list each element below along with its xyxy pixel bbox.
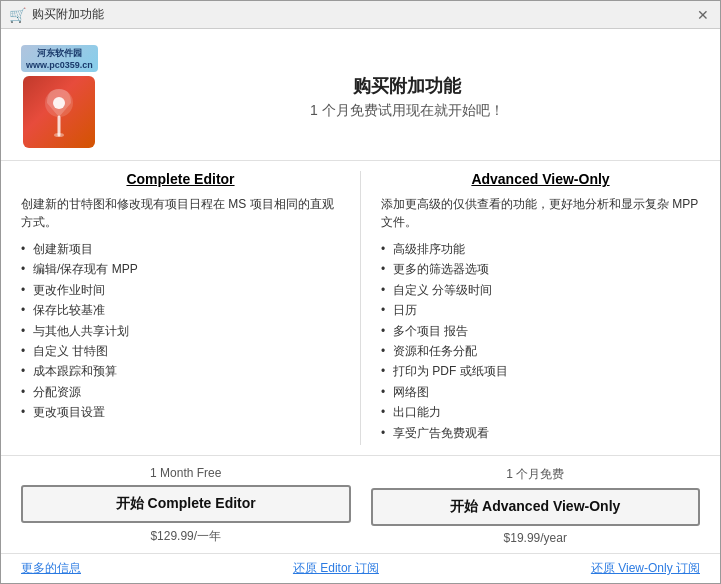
list-item: 自定义 甘特图 [21, 341, 340, 361]
right-col-features: 高级排序功能 更多的筛选器选项 自定义 分等级时间 日历 多个项目 报告 资源和… [381, 239, 700, 443]
main-content: Complete Editor 创建新的甘特图和修改现有项目日程在 MS 项目相… [1, 161, 720, 455]
app-logo [23, 76, 95, 148]
list-item: 高级排序功能 [381, 239, 700, 259]
list-item: 更多的筛选器选项 [381, 259, 700, 279]
list-item: 更改项目设置 [21, 402, 340, 422]
right-free-label: 1 个月免费 [506, 466, 564, 483]
title-bar-left: 🛒 购买附加功能 [9, 6, 104, 23]
list-item: 更改作业时间 [21, 280, 340, 300]
watermark-line2: www.pc0359.cn [26, 60, 93, 70]
logo-area: 河东软件园 www.pc0359.cn [21, 45, 98, 148]
header-sub-title: 1 个月免费试用现在就开始吧！ [114, 102, 700, 120]
left-price-label: $129.99/一年 [150, 528, 221, 545]
list-item: 资源和任务分配 [381, 341, 700, 361]
list-item: 出口能力 [381, 402, 700, 422]
right-col-title: Advanced View-Only [381, 171, 700, 187]
list-item: 创建新项目 [21, 239, 340, 259]
watermark-line1: 河东软件园 [37, 47, 82, 60]
title-bar: 🛒 购买附加功能 ✕ [1, 1, 720, 29]
column-divider [360, 171, 361, 445]
left-col-title: Complete Editor [21, 171, 340, 187]
title-bar-icon: 🛒 [9, 7, 26, 23]
close-button[interactable]: ✕ [694, 6, 712, 24]
list-item: 成本跟踪和预算 [21, 361, 340, 381]
list-item: 打印为 PDF 或纸项目 [381, 361, 700, 381]
right-price-label: $19.99/year [504, 531, 567, 545]
list-item: 多个项目 报告 [381, 321, 700, 341]
watermark: 河东软件园 www.pc0359.cn [21, 45, 98, 72]
list-item: 网络图 [381, 382, 700, 402]
list-item: 享受广告免费观看 [381, 423, 700, 443]
list-item: 与其他人共享计划 [21, 321, 340, 341]
restore-viewonly-link[interactable]: 还原 View-Only 订阅 [591, 560, 700, 577]
start-complete-editor-button[interactable]: 开始 Complete Editor [21, 485, 351, 523]
restore-editor-link[interactable]: 还原 Editor 订阅 [293, 560, 379, 577]
left-col-desc: 创建新的甘特图和修改现有项目日程在 MS 项目相同的直观方式。 [21, 195, 340, 231]
header-text: 购买附加功能 1 个月免费试用现在就开始吧！ [114, 74, 700, 120]
left-free-label: 1 Month Free [150, 466, 221, 480]
right-cta: 1 个月免费 开始 Advanced View-Only $19.99/year [371, 466, 701, 545]
start-advanced-viewonly-button[interactable]: 开始 Advanced View-Only [371, 488, 701, 526]
bottom-actions: 1 Month Free 开始 Complete Editor $129.99/… [1, 455, 720, 553]
main-window: 🛒 购买附加功能 ✕ 河东软件园 www.pc0359.cn [0, 0, 721, 584]
list-item: 保存比较基准 [21, 300, 340, 320]
list-item: 自定义 分等级时间 [381, 280, 700, 300]
right-col-desc: 添加更高级的仅供查看的功能，更好地分析和显示复杂 MPP 文件。 [381, 195, 700, 231]
header: 河东软件园 www.pc0359.cn 购买附加功能 1 个月免费试用现在就开始… [1, 29, 720, 161]
list-item: 编辑/保存现有 MPP [21, 259, 340, 279]
header-main-title: 购买附加功能 [114, 74, 700, 98]
svg-point-3 [54, 133, 64, 137]
title-bar-title: 购买附加功能 [32, 6, 104, 23]
bottom-links: 更多的信息 还原 Editor 订阅 还原 View-Only 订阅 [1, 553, 720, 583]
more-info-link[interactable]: 更多的信息 [21, 560, 81, 577]
left-col-features: 创建新项目 编辑/保存现有 MPP 更改作业时间 保存比较基准 与其他人共享计划… [21, 239, 340, 423]
left-cta: 1 Month Free 开始 Complete Editor $129.99/… [21, 466, 351, 545]
left-column: Complete Editor 创建新的甘特图和修改现有项目日程在 MS 项目相… [21, 171, 340, 445]
list-item: 日历 [381, 300, 700, 320]
list-item: 分配资源 [21, 382, 340, 402]
right-column: Advanced View-Only 添加更高级的仅供查看的功能，更好地分析和显… [381, 171, 700, 445]
